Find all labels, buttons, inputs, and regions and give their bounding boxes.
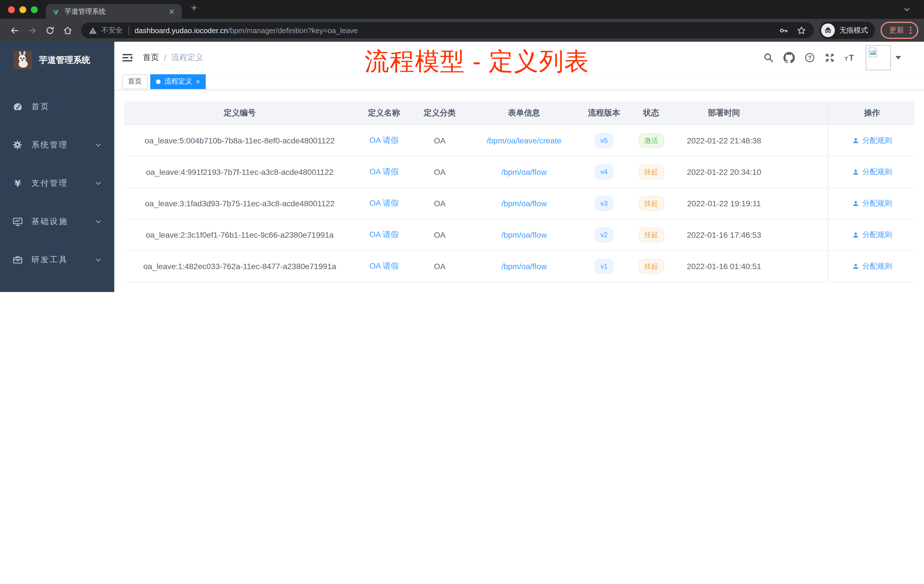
monitor-icon [12,216,23,226]
forward-icon[interactable] [27,25,37,35]
cell-deploy_time: 2022-01-16 17:46:53 [675,219,772,250]
column-header-status: 状态 [627,101,675,125]
cell-spacer [772,251,828,282]
cell-id: oa_leave:5:004b710b-7b8a-11ec-8ef0-acde4… [124,125,355,156]
kebab-menu-icon[interactable] [909,26,912,35]
bookmark-star-icon[interactable] [797,25,806,35]
user-icon [852,168,860,176]
cell-deploy_time: 2022-01-22 19:19:11 [675,188,772,219]
form-link[interactable]: /bpm/oa/leave/create [487,136,561,145]
help-icon[interactable]: ? [805,52,815,63]
cell-name: OA 请假 [355,157,412,187]
close-icon[interactable]: × [196,78,200,86]
form-link[interactable]: /bpm/oa/flow [502,262,547,271]
update-browser-button[interactable]: 更新 [881,22,918,39]
form-link[interactable]: /bpm/oa/flow [502,167,547,177]
column-header-id: 定义编号 [124,101,355,125]
svg-text:T: T [845,55,848,61]
svg-text:T: T [849,53,854,62]
minimize-window-button[interactable] [20,6,26,13]
definition-name-link[interactable]: OA 请假 [370,230,399,240]
password-key-icon[interactable] [779,25,789,35]
hamburger-icon[interactable] [122,52,133,63]
cell-deploy_time: 2022-01-22 21:48:38 [675,125,772,156]
browser-tab[interactable]: 芋道管理系统 ✕ [46,4,182,19]
column-header-category: 定义分类 [412,101,467,125]
security-label: 不安全 [101,25,122,35]
url-host: dashboard.yudao.iocoder.cn [135,26,228,35]
cell-version: v3 [581,188,627,219]
version-badge: v2 [594,228,613,242]
status-badge: 挂起 [639,165,664,180]
warning-icon [89,26,97,35]
cell-status: 挂起 [627,251,675,282]
dashboard-icon [12,101,23,112]
reload-icon[interactable] [45,25,55,35]
url-bar[interactable]: 不安全 dashboard.yudao.iocoder.cn/bpm/manag… [81,22,814,38]
svg-text:?: ? [808,54,812,61]
definition-name-link[interactable]: OA 请假 [370,167,399,177]
form-link[interactable]: /bpm/oa/flow [502,230,547,239]
browser-toolbar: 不安全 dashboard.yudao.iocoder.cn/bpm/manag… [0,19,924,42]
view-tag-label: 首页 [128,77,142,86]
gear-icon [12,140,23,150]
maximize-window-button[interactable] [31,6,38,13]
cell-deploy_time: 2022-01-16 01:40:51 [675,251,772,282]
definition-name-link[interactable]: OA 请假 [370,198,399,209]
app-title: 芋道管理系统 [39,54,90,66]
view-tag[interactable]: 首页 [122,74,147,89]
chevron-down-icon [95,218,102,225]
cell-version: v1 [581,251,627,282]
cell-id: oa_leave:1:482ec033-762a-11ec-8477-a2380… [124,251,355,282]
version-badge: v4 [594,165,613,180]
caret-down-icon[interactable] [896,56,901,59]
definition-name-link[interactable]: OA 请假 [370,261,399,271]
chevron-down-icon [95,180,102,186]
tab-search-chevron-icon[interactable] [903,6,910,13]
chevron-down-icon [95,142,102,148]
github-icon[interactable] [784,52,795,63]
assign-rule-link[interactable]: 分配规则 [852,261,892,271]
avatar-broken-image[interactable] [866,45,891,70]
assign-rule-link[interactable]: 分配规则 [852,230,892,240]
cell-name: OA 请假 [355,188,412,219]
version-badge: v1 [594,259,613,274]
url-text: dashboard.yudao.iocoder.cn/bpm/manager/d… [135,26,771,35]
sidebar-item-dev-tools[interactable]: 研发工具 [0,241,114,279]
form-link[interactable]: /bpm/oa/flow [502,199,547,208]
back-icon[interactable] [10,25,20,35]
update-label: 更新 [889,25,904,35]
assign-rule-link[interactable]: 分配规则 [852,135,892,146]
assign-rule-link[interactable]: 分配规则 [852,198,892,209]
sidebar-item-payment-management[interactable]: ¥支付管理 [0,164,114,202]
definition-name-link[interactable]: OA 请假 [370,135,399,146]
home-icon[interactable] [63,25,73,35]
close-window-button[interactable] [8,6,15,13]
search-icon[interactable] [764,52,774,63]
sidebar-item-workflow[interactable]: 工作流程 [0,279,114,292]
cell-action: 分配规则 [828,157,916,187]
breadcrumb-home[interactable]: 首页 [143,52,159,63]
sidebar-item-infrastructure[interactable]: 基础设施 [0,202,114,241]
fullscreen-icon[interactable] [825,52,835,63]
cell-action: 分配规则 [828,188,916,219]
tab-close-icon[interactable]: ✕ [167,7,176,16]
cell-form: /bpm/oa/leave/create [467,125,581,156]
cell-status: 激活 [627,125,675,156]
user-icon [852,137,860,144]
assign-rule-link[interactable]: 分配规则 [852,167,892,177]
column-header-deploy_time: 部署时间 [675,101,772,125]
cell-name: OA 请假 [355,219,412,250]
sidebar-item-label: 系统管理 [31,140,95,150]
version-badge: v5 [594,133,613,148]
logo-rabbit-avatar [14,51,32,69]
cell-version: v5 [581,125,627,156]
cell-spacer [772,219,828,250]
sidebar-item-home[interactable]: 首页 [0,87,114,126]
cell-spacer [772,188,828,219]
sidebar-item-system-management[interactable]: 系统管理 [0,126,114,164]
new-tab-button[interactable]: + [191,2,197,14]
view-tag[interactable]: 流程定义× [150,74,206,89]
cell-name: OA 请假 [355,251,412,282]
font-size-icon[interactable]: TT [845,52,856,63]
